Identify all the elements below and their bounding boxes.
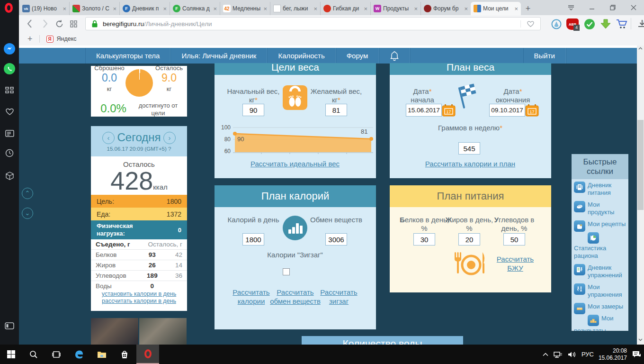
opera-menu-icon[interactable] — [5, 3, 13, 13]
protein-input[interactable] — [413, 233, 435, 246]
tray-chevron-icon[interactable] — [543, 353, 548, 356]
tab-beg-lyzhi[interactable]: бег, лыжи× — [270, 2, 320, 15]
nav-body-calculators[interactable]: Калькуляторы тела — [85, 48, 170, 64]
zigzag-checkbox[interactable] — [283, 268, 290, 275]
tab-close-icon[interactable]: × — [414, 5, 418, 12]
quicklink-my-recipes[interactable]: Мои рецепты — [572, 219, 628, 229]
tab-medlennye[interactable]: 42Медленны× — [220, 2, 270, 15]
tab-moi-tseli-active[interactable]: Мои цели× — [471, 2, 521, 15]
checkmark-extension-icon[interactable] — [583, 18, 596, 30]
taskbar-search-icon[interactable] — [23, 345, 45, 364]
calc-calories-link[interactable]: рассчитать калории в день — [91, 298, 187, 305]
network-icon[interactable] — [553, 351, 563, 358]
cart-extension-icon[interactable] — [615, 18, 629, 30]
minimize-button[interactable] — [581, 0, 602, 15]
bookmark-yandex[interactable]: Яндекс — [57, 36, 77, 42]
close-window-button[interactable] — [623, 0, 644, 15]
tab-close-icon[interactable]: × — [364, 5, 367, 12]
scrollbar[interactable] — [637, 46, 644, 345]
quicklink-exercise-diary[interactable]: Дневник упражнений — [572, 263, 628, 280]
fat-input[interactable] — [458, 233, 480, 246]
taskbar-clock[interactable]: 20:08 15.06.2017 — [599, 347, 627, 362]
start-date-calendar-button[interactable]: 17 — [442, 104, 456, 117]
quicklink-my-results[interactable]: IМои результаты — [572, 314, 628, 331]
grams-per-week-input[interactable] — [458, 142, 480, 155]
scrollbar-thumb[interactable] — [637, 120, 644, 210]
news-icon[interactable] — [0, 126, 19, 140]
calc-ideal-weight-link[interactable]: Рассчитать идеальный вес — [248, 159, 342, 168]
tab-dnevnik[interactable]: FДневник п× — [119, 2, 170, 15]
maximize-button[interactable] — [602, 0, 623, 15]
calories-per-day-input[interactable] — [242, 233, 264, 246]
start-date-input[interactable] — [406, 104, 442, 117]
taskbar-opera-active[interactable] — [136, 345, 159, 364]
tab-close-icon[interactable]: × — [313, 5, 317, 12]
quicklink-ration-stats[interactable]: Статистика рациона — [572, 231, 628, 261]
extensions-box-icon[interactable] — [0, 169, 19, 183]
file-explorer-icon[interactable] — [91, 345, 113, 364]
scrollbar-up-arrow[interactable] — [637, 47, 644, 50]
tab-forum[interactable]: Форум бр× — [420, 2, 471, 15]
scroll-down-button[interactable]: ⌄ — [22, 208, 33, 219]
edge-icon[interactable] — [68, 345, 90, 364]
metabolism-input[interactable] — [325, 233, 347, 246]
forward-button[interactable] — [40, 18, 50, 30]
start-button[interactable] — [0, 345, 22, 364]
tab-close-icon[interactable]: × — [163, 5, 167, 12]
speed-dial-grid-icon[interactable] — [70, 20, 77, 27]
quicklink-food-diary[interactable]: Дневник питания — [572, 181, 628, 198]
volume-icon[interactable] — [567, 351, 577, 358]
notifications-bell-icon[interactable] — [379, 48, 410, 64]
downloads-icon[interactable] — [635, 18, 644, 30]
reload-button[interactable] — [55, 19, 64, 28]
quicklink-my-products[interactable]: Мои продукты — [572, 200, 628, 217]
sidebar-toggle-icon[interactable] — [0, 318, 19, 333]
back-button[interactable] — [25, 18, 35, 30]
add-bookmark-icon[interactable]: + — [27, 34, 33, 44]
tab-close-icon[interactable]: × — [263, 5, 267, 12]
set-calories-link[interactable]: установить калории в день — [91, 291, 187, 298]
address-bar[interactable]: beregifiguru.ru/Личный-дневник/Цели — [85, 17, 541, 30]
tab-close-icon[interactable]: × — [514, 5, 518, 12]
tab-produkty[interactable]: WПродукты× — [370, 2, 420, 15]
calc-calories-plan-link[interactable]: Рассчитать калории и план — [423, 159, 518, 168]
nav-forum[interactable]: Форум — [336, 48, 379, 64]
nav-logout[interactable]: Выйти — [523, 48, 566, 64]
calc-zigzag-link[interactable]: Рассчитать зигзаг — [312, 288, 366, 306]
tab-solyanka[interactable]: FСолянка д× — [170, 2, 220, 15]
task-view-icon[interactable] — [45, 345, 67, 364]
start-weight-input[interactable] — [242, 104, 264, 116]
tab-gibkaya[interactable]: Гибкая ди× — [320, 2, 370, 15]
quicklink-my-measurements[interactable]: Мои замеры — [572, 302, 628, 311]
next-day-button[interactable]: › — [163, 132, 176, 144]
calc-bju-link[interactable]: Рассчитать БЖУ — [489, 255, 541, 273]
action-center-icon[interactable] — [632, 350, 641, 359]
end-date-input[interactable] — [489, 104, 525, 117]
quicklink-my-exercises[interactable]: Мои упражнения — [572, 282, 628, 300]
tab-menu-icon[interactable] — [561, 0, 581, 15]
scroll-up-button[interactable]: ⌃ — [22, 188, 33, 199]
tab-zoloto[interactable]: Золото / С× — [69, 2, 119, 15]
speed-dial-icon[interactable] — [0, 83, 19, 97]
messenger-icon[interactable] — [0, 42, 19, 56]
tab-vk[interactable]: vk(19) Ново× — [19, 2, 69, 15]
save-to-bookmarks-heart-icon[interactable] — [520, 20, 540, 27]
windows-store-icon[interactable] — [114, 345, 135, 364]
new-tab-button[interactable]: + — [521, 2, 535, 15]
keyboard-language[interactable]: РУС — [581, 351, 594, 358]
end-date-calendar-button[interactable]: 17 — [525, 104, 539, 117]
nav-calories[interactable]: Калорийность — [267, 48, 335, 64]
nav-personal-diary[interactable]: Илья: Личный дневник — [170, 48, 267, 64]
whatsapp-icon[interactable] — [0, 62, 19, 76]
target-weight-input[interactable] — [325, 104, 347, 116]
tab-close-icon[interactable]: × — [213, 5, 217, 12]
tab-close-icon[interactable]: × — [113, 5, 116, 12]
savefrom-arrow-extension-icon[interactable] — [599, 18, 612, 30]
tab-close-icon[interactable]: × — [63, 5, 66, 12]
carbs-input[interactable] — [503, 233, 525, 246]
tab-close-icon[interactable]: × — [464, 5, 468, 12]
antivirus-extension-icon[interactable] — [550, 18, 563, 30]
scrollbar-down-arrow[interactable] — [637, 338, 644, 341]
adblock-extension-icon[interactable]: ABP 4 — [566, 18, 579, 30]
history-clock-icon[interactable] — [0, 146, 19, 160]
